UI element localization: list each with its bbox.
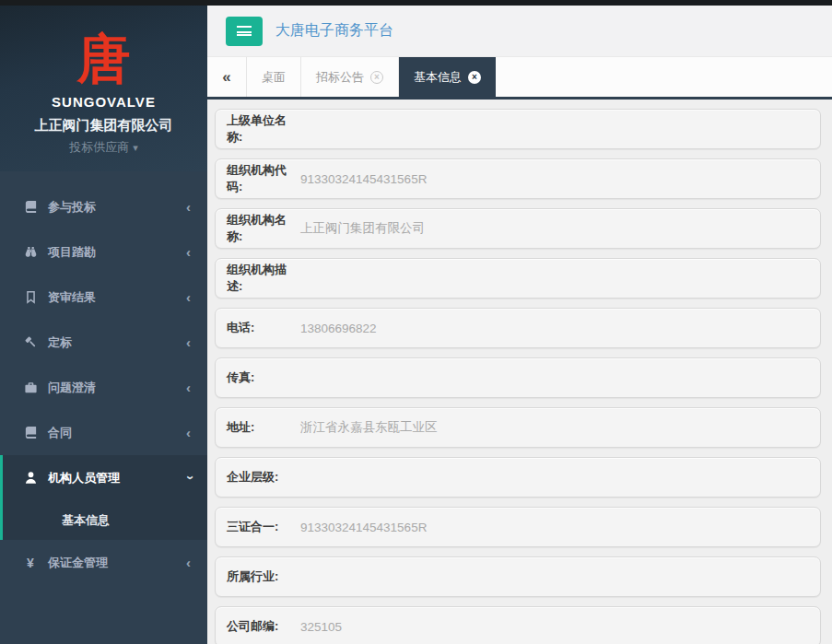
sidebar-item-label: 参与投标 bbox=[48, 199, 186, 216]
field-value: 91330324145431565R bbox=[300, 172, 427, 186]
sidebar-item-label: 保证金管理 bbox=[48, 555, 186, 571]
main-area: 大唐电子商务平台 « 桌面招标公告×基本信息× 上级单位名称:组织机构代码:91… bbox=[207, 6, 832, 644]
caret-down-icon: ▾ bbox=[133, 142, 138, 153]
sidebar-item-question-clarification[interactable]: 问题澄清‹ bbox=[0, 365, 207, 410]
gavel-icon bbox=[22, 335, 39, 349]
tab-desktop[interactable]: 桌面 bbox=[247, 57, 301, 97]
sidebar-item-label: 机构人员管理 bbox=[48, 470, 186, 486]
top-navbar: 大唐电子商务平台 bbox=[207, 6, 832, 57]
field-value: 浙江省永嘉县东瓯工业区 bbox=[300, 419, 438, 436]
field-label: 所属行业: bbox=[227, 568, 300, 585]
chevron-left-icon: ‹ bbox=[186, 290, 191, 304]
user-icon bbox=[22, 471, 39, 485]
tabs-collapse-button[interactable]: « bbox=[207, 57, 247, 97]
sidebar-group-qualification-result: 资审结果‹ bbox=[0, 275, 207, 320]
sidebar-item-deposit-management[interactable]: ¥保证金管理‹ bbox=[0, 540, 207, 585]
top-border-strip bbox=[0, 0, 832, 6]
tab-label: 招标公告 bbox=[316, 69, 364, 86]
form-row-enterprise-level: 企业层级: bbox=[215, 457, 821, 498]
form-row-org-code: 组织机构代码:91330324145431565R bbox=[215, 158, 821, 199]
basic-info-form: 上级单位名称:组织机构代码:91330324145431565R组织机构名称:上… bbox=[207, 100, 832, 644]
briefcase-icon bbox=[22, 381, 39, 394]
sidebar-subitem-basic-info[interactable]: 基本信息 bbox=[3, 500, 207, 540]
sidebar: 唐 SUNGOVALVE 上正阀门集团有限公司 投标供应商▾ 参与投标‹项目踏勘… bbox=[0, 0, 207, 644]
sidebar-item-contract[interactable]: 合同‹ bbox=[0, 410, 207, 455]
sidebar-group-project-survey: 项目踏勘‹ bbox=[0, 229, 207, 275]
form-row-fax: 传真: bbox=[215, 357, 821, 398]
sidebar-item-org-personnel-management[interactable]: 机构人员管理‹ bbox=[3, 455, 207, 500]
sidebar-group-contract: 合同‹ bbox=[0, 410, 207, 455]
sidebar-item-award-decision[interactable]: 定标‹ bbox=[0, 320, 207, 365]
field-label: 组织机构代码: bbox=[227, 162, 300, 195]
chevron-left-icon: ‹ bbox=[186, 335, 191, 349]
chevron-left-icon: ‹ bbox=[186, 245, 191, 259]
tab-bid-announcement[interactable]: 招标公告× bbox=[301, 57, 399, 97]
sidebar-item-project-survey[interactable]: 项目踏勘‹ bbox=[0, 229, 207, 275]
sidebar-menu: 参与投标‹项目踏勘‹资审结果‹定标‹问题澄清‹合同‹机构人员管理‹基本信息¥保证… bbox=[0, 171, 207, 585]
tab-close-icon[interactable]: × bbox=[370, 71, 383, 84]
field-label: 传真: bbox=[227, 369, 300, 386]
field-label: 组织机构名称: bbox=[227, 212, 300, 245]
hamburger-icon bbox=[237, 26, 252, 36]
form-row-phone: 电话:13806696822 bbox=[215, 308, 821, 348]
bookmark-icon bbox=[22, 290, 39, 304]
sidebar-item-label: 问题澄清 bbox=[48, 380, 186, 396]
sidebar-item-label: 资审结果 bbox=[48, 289, 186, 306]
sidebar-item-label: 项目踏勘 bbox=[48, 244, 186, 261]
field-value: 上正阀门集团有限公司 bbox=[300, 220, 425, 237]
chevron-left-icon: ‹ bbox=[186, 426, 191, 439]
chevron-left-icon: ‹ bbox=[186, 556, 191, 569]
form-row-three-certificates-in-one: 三证合一:91330324145431565R bbox=[215, 507, 821, 547]
sidebar-item-participate-bidding[interactable]: 参与投标‹ bbox=[0, 184, 207, 229]
sidebar-group-org-personnel-management: 机构人员管理‹基本信息 bbox=[0, 455, 207, 540]
form-row-address: 地址:浙江省永嘉县东瓯工业区 bbox=[215, 407, 821, 448]
sidebar-group-deposit-management: ¥保证金管理‹ bbox=[0, 540, 207, 585]
tab-label: 基本信息 bbox=[414, 69, 462, 86]
menu-toggle-button[interactable] bbox=[226, 17, 263, 46]
brand-name: SUNGOVALVE bbox=[0, 94, 207, 110]
app-title: 大唐电子商务平台 bbox=[275, 21, 393, 41]
sidebar-group-question-clarification: 问题澄清‹ bbox=[0, 365, 207, 410]
tab-close-icon[interactable]: × bbox=[468, 71, 481, 84]
form-row-company-postcode: 公司邮编:325105 bbox=[215, 606, 821, 644]
sidebar-item-label: 定标 bbox=[48, 334, 186, 351]
field-label: 电话: bbox=[227, 320, 300, 336]
form-row-parent-unit-name: 上级单位名称: bbox=[215, 109, 821, 149]
field-label: 企业层级: bbox=[227, 469, 300, 486]
book-icon bbox=[22, 426, 39, 439]
field-label: 公司邮编: bbox=[227, 618, 300, 635]
field-value: 13806696822 bbox=[300, 322, 377, 335]
user-role-dropdown[interactable]: 投标供应商▾ bbox=[0, 139, 207, 156]
field-label: 地址: bbox=[227, 419, 300, 436]
tab-label: 桌面 bbox=[262, 69, 286, 86]
tab-basic-info[interactable]: 基本信息× bbox=[399, 57, 496, 97]
chevron-left-icon: ‹ bbox=[186, 381, 191, 394]
form-row-org-name: 组织机构名称:上正阀门集团有限公司 bbox=[215, 208, 821, 249]
chevron-down-icon: ‹ bbox=[182, 475, 195, 480]
company-logo: 唐 bbox=[0, 31, 207, 88]
yen-icon: ¥ bbox=[22, 556, 39, 570]
sidebar-group-award-decision: 定标‹ bbox=[0, 320, 207, 365]
form-row-org-description: 组织机构描述: bbox=[215, 258, 821, 299]
sidebar-header: 唐 SUNGOVALVE 上正阀门集团有限公司 投标供应商▾ bbox=[0, 0, 207, 171]
sidebar-item-qualification-result[interactable]: 资审结果‹ bbox=[0, 275, 207, 320]
sidebar-item-label: 合同 bbox=[48, 425, 186, 441]
field-label: 组织机构描述: bbox=[227, 262, 300, 295]
book-icon bbox=[22, 200, 39, 214]
field-label: 三证合一: bbox=[227, 519, 300, 535]
form-row-industry: 所属行业: bbox=[215, 556, 821, 597]
binoculars-icon bbox=[22, 245, 39, 259]
field-value: 325105 bbox=[300, 620, 342, 634]
sidebar-group-participate-bidding: 参与投标‹ bbox=[0, 184, 207, 229]
field-label: 上级单位名称: bbox=[227, 112, 300, 146]
field-value: 91330324145431565R bbox=[300, 521, 427, 534]
company-name: 上正阀门集团有限公司 bbox=[0, 117, 207, 135]
chevron-left-icon: ‹ bbox=[186, 200, 191, 214]
tabs-container: 桌面招标公告×基本信息× bbox=[247, 57, 496, 97]
user-role-label: 投标供应商 bbox=[69, 140, 129, 154]
tab-bar: « 桌面招标公告×基本信息× bbox=[207, 57, 832, 97]
